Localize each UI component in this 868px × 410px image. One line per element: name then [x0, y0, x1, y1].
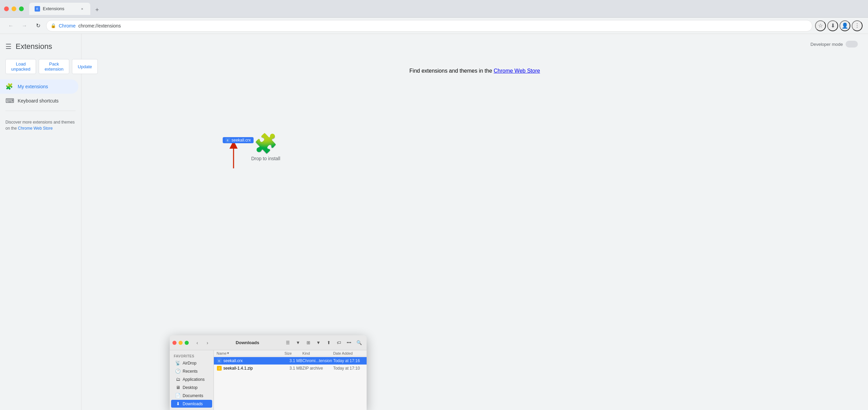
pack-extension-button[interactable]: Pack extension	[39, 59, 69, 74]
finder-main: Name ▾ Size Kind Date Added	[214, 350, 367, 410]
sidebar-item-label: Desktop	[183, 385, 198, 390]
favorites-section-label: Favorites	[170, 353, 214, 359]
sidebar-item-label: Documents	[183, 393, 203, 398]
sidebar-item-downloads[interactable]: ⬇ Downloads	[171, 400, 212, 408]
sidebar-item-airdrop[interactable]: 📡 AirDrop	[171, 359, 212, 367]
download-status-button[interactable]: ⬇	[827, 20, 838, 31]
puzzle-drop-icon: 🧩	[251, 134, 280, 153]
finder-sidebar: Favorites 📡 AirDrop 🕐 Recents 🗂 Applicat…	[170, 350, 214, 410]
back-button[interactable]: ←	[5, 20, 16, 31]
crx-icon: E	[217, 358, 222, 363]
account-button[interactable]: 👤	[839, 20, 850, 31]
address-bar-url: chrome://extensions	[78, 23, 121, 29]
reload-button[interactable]: ↻	[33, 20, 43, 31]
finder-toolbar-actions: ☰ ▼ ⊞ ▼ ⬆ 🏷 ••• 🔍	[283, 338, 364, 348]
more-button[interactable]: •••	[344, 338, 354, 348]
airdrop-icon: 📡	[175, 360, 181, 366]
drop-text: Drop to install	[251, 156, 280, 161]
finder-search-button[interactable]: 🔍	[354, 338, 364, 348]
minimize-button[interactable]	[12, 6, 16, 11]
maximize-button[interactable]	[19, 6, 24, 11]
active-tab[interactable]: E Extensions ×	[29, 3, 90, 15]
bookmark-button[interactable]: ☆	[815, 20, 826, 31]
finder-window: ‹ › Downloads ☰ ▼ ⊞ ▼ ⬆ 🏷 ••• 🔍 Favorite…	[170, 335, 367, 410]
file-date: Today at 17:16	[333, 358, 364, 363]
sidebar-divider	[5, 111, 76, 111]
drag-item[interactable]: E seekall.crx	[223, 137, 254, 143]
menu-button[interactable]: ⋮	[852, 20, 863, 31]
drop-target: 🧩 Drop to install	[251, 134, 280, 161]
documents-icon: 📄	[175, 393, 181, 398]
sidebar-item-my-extensions[interactable]: 🧩 My extensions	[0, 79, 78, 94]
sidebar-item-recents[interactable]: 🕐 Recents	[171, 367, 212, 375]
extensions-page: ☰ Extensions Load unpacked Pack extensio…	[0, 34, 868, 410]
keyboard-icon: ⌨	[5, 97, 12, 105]
sidebar-item-applications[interactable]: 🗂 Applications	[171, 375, 212, 383]
file-size: 3.1 MB	[284, 366, 302, 371]
sidebar-item-keyboard-shortcuts[interactable]: ⌨ Keyboard shortcuts	[0, 94, 78, 108]
file-name: seekall.crx	[223, 358, 243, 363]
grid-dropdown[interactable]: ▼	[314, 338, 323, 348]
sidebar-discover: Discover more extensions and themes on t…	[0, 114, 81, 137]
sidebar-item-desktop[interactable]: 🖥 Desktop	[171, 384, 212, 391]
tab-close-button[interactable]: ×	[79, 6, 85, 12]
sidebar-item-kaka[interactable]: 📁 kaka	[171, 408, 212, 410]
name-column-header[interactable]: Name ▾	[217, 351, 284, 355]
finder-back-button[interactable]: ‹	[193, 338, 202, 347]
dev-mode-toggle: Developer mode	[811, 41, 858, 48]
sort-indicator: ▾	[227, 351, 229, 355]
table-row[interactable]: Z seekall-1.4.1.zip 3.1 MB ZIP archive T…	[214, 365, 367, 372]
finder-close-button[interactable]	[172, 341, 177, 345]
file-name: seekall-1.4.1.zip	[223, 366, 253, 371]
empty-state-link[interactable]: Chrome Web Store	[494, 68, 540, 74]
grid-view-button[interactable]: ⊞	[303, 338, 313, 348]
chrome-label: Chrome	[59, 23, 76, 29]
downloads-icon: ⬇	[175, 401, 181, 406]
finder-maximize-button[interactable]	[185, 341, 189, 345]
empty-state: Find extensions and themes in the Chrome…	[409, 68, 540, 74]
crx-icon: E	[225, 138, 230, 143]
kind-header-label: Kind	[302, 351, 310, 355]
date-header-label: Date Added	[333, 351, 353, 355]
lock-icon: 🔒	[51, 23, 56, 28]
sidebar-item-label: AirDrop	[183, 361, 197, 366]
sidebar-item-documents[interactable]: 📄 Documents	[171, 392, 212, 399]
finder-window-controls	[172, 341, 191, 345]
window-controls	[4, 6, 24, 11]
list-view-dropdown[interactable]: ▼	[293, 338, 303, 348]
browser-window: E Extensions × + ← → ↻ 🔒 Chrome chrome:/…	[0, 0, 868, 410]
date-column-header[interactable]: Date Added	[333, 351, 364, 355]
name-header-label: Name	[217, 351, 226, 355]
size-column-header[interactable]: Size	[284, 351, 302, 355]
share-button[interactable]: ⬆	[324, 338, 333, 348]
applications-icon: 🗂	[175, 377, 181, 382]
finder-toolbar: ‹ › Downloads ☰ ▼ ⊞ ▼ ⬆ 🏷 ••• 🔍	[170, 335, 367, 350]
sidebar-item-label: Keyboard shortcuts	[18, 98, 59, 104]
zip-icon: Z	[217, 366, 222, 371]
kind-column-header[interactable]: Kind	[302, 351, 333, 355]
sidebar-title: Extensions	[16, 42, 52, 51]
chrome-web-store-link[interactable]: Chrome Web Store	[18, 126, 53, 131]
tab-favicon: E	[35, 6, 40, 12]
empty-state-text: Find extensions and themes in the	[409, 68, 492, 74]
address-bar[interactable]: 🔒 Chrome chrome://extensions	[46, 20, 812, 32]
new-tab-button[interactable]: +	[92, 5, 102, 15]
puzzle-icon: 🧩	[5, 83, 12, 90]
finder-forward-button[interactable]: ›	[203, 338, 212, 347]
load-unpacked-button[interactable]: Load unpacked	[5, 59, 36, 74]
forward-button[interactable]: →	[19, 20, 30, 31]
dev-mode-label: Developer mode	[811, 42, 843, 47]
hamburger-icon[interactable]: ☰	[5, 42, 12, 51]
list-view-button[interactable]: ☰	[283, 338, 293, 348]
desktop-icon: 🖥	[175, 385, 181, 390]
close-button[interactable]	[4, 6, 9, 11]
tag-button[interactable]: 🏷	[334, 338, 344, 348]
file-size: 3.1 MB	[284, 358, 302, 363]
nav-actions: ☆ ⬇ 👤 ⋮	[815, 20, 863, 31]
file-icon: Z	[217, 366, 222, 371]
dev-mode-toggle-switch[interactable]	[846, 41, 858, 48]
table-row[interactable]: E seekall.crx 3.1 MB Chromi...tension To…	[214, 357, 367, 365]
file-name-cell: E seekall.crx	[217, 358, 284, 364]
finder-minimize-button[interactable]	[179, 341, 183, 345]
tab-bar: E Extensions × +	[26, 3, 864, 15]
